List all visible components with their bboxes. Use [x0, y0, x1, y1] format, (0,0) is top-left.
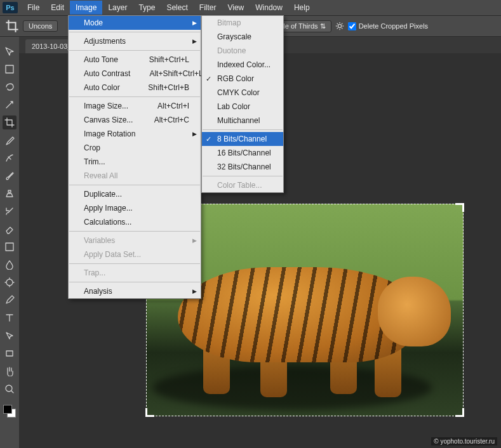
hand-icon — [4, 366, 15, 376]
image-menu-mode[interactable]: Mode▶ — [69, 16, 201, 30]
healing-brush-icon — [4, 153, 15, 163]
menu-window[interactable]: Window — [250, 1, 288, 15]
delete-cropped-checkbox[interactable]: Delete Cropped Pixels — [348, 22, 428, 30]
tool-healing-brush[interactable] — [3, 151, 17, 165]
tool-history-brush[interactable] — [3, 204, 17, 218]
tool-pen[interactable] — [3, 293, 17, 307]
menu-item-label: Mode — [84, 18, 103, 27]
shortcut-label: Shift+Ctrl+L — [130, 55, 189, 64]
image-menu-image-rotation[interactable]: Image Rotation▶ — [69, 127, 201, 141]
image-menu-trim[interactable]: Trim... — [69, 155, 201, 169]
tool-crop[interactable] — [3, 115, 17, 129]
tool-hand[interactable] — [3, 364, 17, 378]
shortcut-label: Alt+Ctrl+I — [138, 102, 189, 110]
menu-item-label: Trap... — [84, 268, 105, 277]
image-menu: Mode▶Adjustments▶Auto ToneShift+Ctrl+LAu… — [68, 15, 201, 299]
tool-dodge[interactable] — [3, 275, 17, 289]
chevron-icon: ⇅ — [320, 22, 326, 30]
tool-marquee[interactable] — [3, 62, 17, 76]
color-swatches[interactable] — [3, 405, 16, 418]
submenu-arrow-icon: ▶ — [192, 38, 197, 44]
mode-menu-16-bits-channel[interactable]: 16 Bits/Channel — [202, 146, 283, 160]
menu-layer[interactable]: Layer — [102, 1, 133, 15]
mode-menu-8-bits-channel[interactable]: ✓8 Bits/Channel — [202, 132, 283, 146]
image-menu-calculations[interactable]: Calculations... — [69, 215, 201, 229]
tool-eraser[interactable] — [3, 222, 17, 236]
crop-ratio-dropdown[interactable]: Uncons — [23, 20, 58, 32]
mode-menu-multichannel[interactable]: Multichannel — [202, 114, 283, 128]
menu-image[interactable]: Image — [70, 1, 102, 15]
tool-eyedropper[interactable] — [3, 133, 17, 147]
menu-item-label: Grayscale — [217, 32, 251, 41]
mode-menu-bitmap: Bitmap — [202, 16, 283, 30]
image-menu-image-size[interactable]: Image Size...Alt+Ctrl+I — [69, 99, 201, 113]
image-menu-auto-tone[interactable]: Auto ToneShift+Ctrl+L — [69, 53, 201, 67]
tool-blur[interactable] — [3, 258, 17, 272]
menu-file[interactable]: File — [22, 1, 45, 15]
image-menu-crop[interactable]: Crop — [69, 141, 201, 155]
menu-item-label: CMYK Color — [217, 88, 260, 97]
tool-magic-wand[interactable] — [3, 98, 17, 112]
menu-item-label: RGB Color — [217, 74, 254, 83]
image-menu-analysis[interactable]: Analysis▶ — [69, 284, 201, 298]
gear-icon[interactable] — [335, 22, 344, 30]
mode-menu-grayscale[interactable]: Grayscale — [202, 30, 283, 44]
image-menu-auto-contrast[interactable]: Auto ContrastAlt+Shift+Ctrl+L — [69, 67, 201, 81]
mode-menu-indexed-color[interactable]: Indexed Color... — [202, 58, 283, 72]
gradient-icon — [4, 242, 15, 252]
tool-clone-stamp[interactable] — [3, 187, 17, 201]
image-menu-canvas-size[interactable]: Canvas Size...Alt+Ctrl+C — [69, 113, 201, 127]
image-menu-duplicate[interactable]: Duplicate... — [69, 187, 201, 201]
mode-menu-duotone: Duotone — [202, 44, 283, 58]
mode-menu-color-table: Color Table... — [202, 178, 283, 192]
image-menu-apply-data-set: Apply Data Set... — [69, 247, 201, 261]
menu-item-label: Multichannel — [217, 116, 260, 125]
menu-item-label: Crop — [84, 143, 100, 152]
menu-item-label: Analysis — [84, 287, 112, 296]
eyedropper-icon — [4, 135, 15, 145]
mode-menu-32-bits-channel[interactable]: 32 Bits/Channel — [202, 160, 283, 174]
menu-item-label: Variables — [84, 236, 115, 245]
path-select-icon — [4, 331, 15, 341]
blur-icon — [4, 260, 15, 270]
image-menu-apply-image[interactable]: Apply Image... — [69, 201, 201, 215]
menu-item-label: Adjustments — [84, 37, 126, 46]
menu-type[interactable]: Type — [133, 1, 161, 15]
clone-stamp-icon — [4, 188, 15, 199]
tool-lasso[interactable] — [3, 80, 17, 94]
menu-item-label: Canvas Size... — [84, 115, 133, 124]
mode-menu-rgb-color[interactable]: ✓RGB Color — [202, 72, 283, 86]
tool-brush[interactable] — [3, 169, 17, 183]
foreground-color-swatch[interactable] — [3, 405, 12, 414]
tool-type[interactable] — [3, 311, 17, 325]
menu-item-label: 32 Bits/Channel — [217, 162, 271, 171]
crop-icon — [5, 19, 19, 33]
image-menu-trap: Trap... — [69, 266, 201, 280]
tool-move[interactable] — [3, 44, 17, 58]
mode-menu-cmyk-color[interactable]: CMYK Color — [202, 86, 283, 100]
delete-cropped-input[interactable] — [348, 22, 356, 30]
menu-item-label: Image Size... — [84, 102, 128, 110]
mode-menu-lab-color[interactable]: Lab Color — [202, 100, 283, 114]
magic-wand-icon — [4, 100, 15, 110]
image-menu-adjustments[interactable]: Adjustments▶ — [69, 34, 201, 48]
menu-view[interactable]: View — [222, 1, 250, 15]
menu-select[interactable]: Select — [161, 1, 193, 15]
watermark: © yophoto.tourister.ru — [431, 437, 497, 445]
tool-zoom[interactable] — [3, 382, 17, 396]
tool-rectangle[interactable] — [3, 346, 17, 360]
menu-item-label: 16 Bits/Channel — [217, 148, 271, 157]
image-menu-auto-color[interactable]: Auto ColorShift+Ctrl+B — [69, 81, 201, 95]
marquee-icon — [4, 64, 15, 74]
menu-item-label: Trim... — [84, 157, 105, 166]
zoom-icon — [4, 384, 15, 394]
menu-help[interactable]: Help — [288, 1, 316, 15]
menu-filter[interactable]: Filter — [194, 1, 222, 15]
svg-point-0 — [338, 24, 341, 27]
check-icon: ✓ — [206, 75, 211, 83]
type-icon — [4, 313, 15, 323]
app-logo: Ps — [3, 2, 18, 13]
tool-gradient[interactable] — [3, 240, 17, 254]
tool-path-select[interactable] — [3, 329, 17, 343]
menu-edit[interactable]: Edit — [45, 1, 70, 15]
